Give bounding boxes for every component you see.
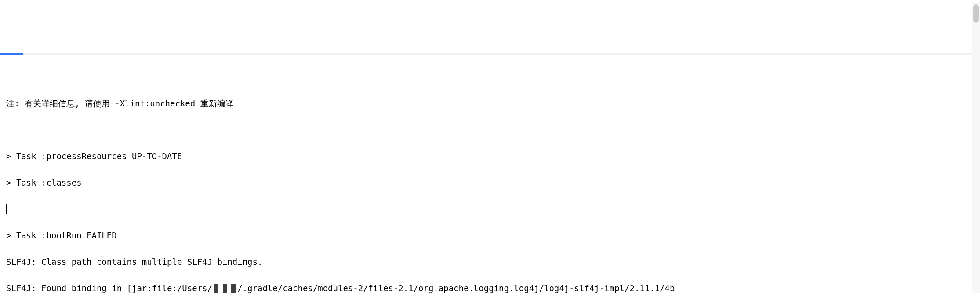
- text-segment: SLF4J: Found binding in [jar:file:/Users…: [6, 283, 212, 293]
- text-cursor: [6, 204, 7, 214]
- console-output[interactable]: 注: 有关详细信息, 请使用 -Xlint:unchecked 重新编译。 > …: [0, 81, 980, 293]
- console-line-cursor: [6, 202, 974, 216]
- vertical-scrollbar-thumb[interactable]: [973, 4, 979, 23]
- console-line: > Task :classes: [6, 176, 974, 189]
- text-segment: /.gradle/caches/modules-2/files-2.1/org.…: [237, 283, 675, 293]
- console-line: [6, 123, 974, 136]
- console-line: > Task :processResources UP-TO-DATE: [6, 150, 974, 163]
- console-line: 注: 有关详细信息, 请使用 -Xlint:unchecked 重新编译。: [6, 97, 974, 110]
- top-progress-bar: [0, 53, 980, 55]
- console-line: SLF4J: Found binding in [jar:file:/Users…: [6, 282, 974, 293]
- console-line: SLF4J: Class path contains multiple SLF4…: [6, 255, 974, 268]
- console-line: > Task :bootRun FAILED: [6, 229, 974, 242]
- redacted-text: xxxxx: [212, 282, 237, 293]
- progress-indicator: [0, 53, 23, 55]
- vertical-scrollbar-track[interactable]: [972, 2, 980, 293]
